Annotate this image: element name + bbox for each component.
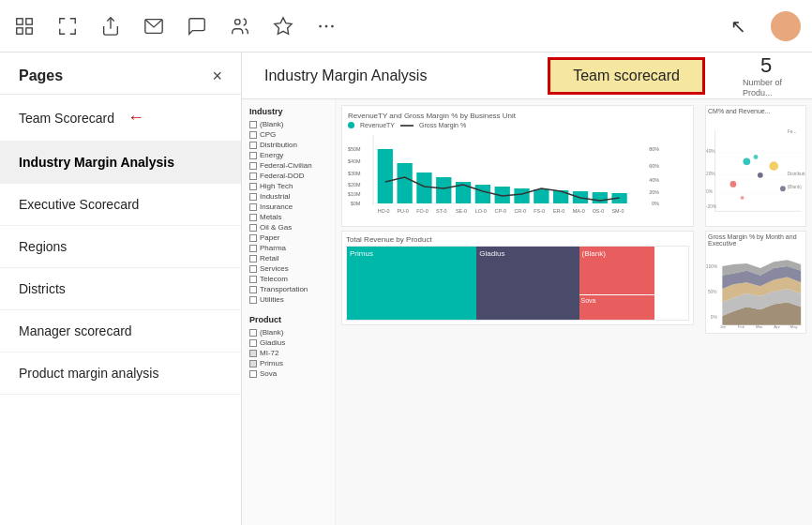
svg-text:ER-0: ER-0 xyxy=(553,208,564,214)
svg-point-57 xyxy=(758,172,763,178)
sidebar-item-label: Team Scorecard xyxy=(19,111,114,126)
pages-icon[interactable] xyxy=(11,13,38,39)
svg-rect-17 xyxy=(436,177,451,203)
sidebar-item-product-margin[interactable]: Product margin analysis xyxy=(0,352,241,395)
sidebar-close-button[interactable]: × xyxy=(212,68,222,84)
svg-text:OS-0: OS-0 xyxy=(593,208,605,214)
area-chart: Gross Margin % by Month and Executive 10… xyxy=(705,231,806,334)
svg-rect-16 xyxy=(416,172,431,203)
sidebar-header: Pages × xyxy=(0,52,241,95)
svg-text:Jan: Jan xyxy=(719,324,727,329)
filter-item-oilgas[interactable]: Oil & Gas xyxy=(249,223,327,232)
svg-text:-20%: -20% xyxy=(706,204,717,209)
filter-item-pharma[interactable]: Pharma xyxy=(249,244,327,252)
content-area: Industry Margin Analysis Team scorecard … xyxy=(242,52,812,525)
filter-item-fed-civ[interactable]: Federal-Civilian xyxy=(249,161,327,170)
svg-rect-14 xyxy=(378,149,393,203)
report-content: Industry (Blank) CPG Distribution Energy… xyxy=(242,99,812,525)
filter-product-blank[interactable]: (Blank) xyxy=(249,328,327,337)
svg-rect-22 xyxy=(534,189,549,203)
filter-product-mi72[interactable]: MI-72 xyxy=(249,349,327,357)
svg-point-6 xyxy=(235,19,241,24)
fit-page-icon[interactable] xyxy=(54,13,81,39)
more-icon[interactable] xyxy=(313,13,339,39)
filter-item-distribution[interactable]: Distribution xyxy=(249,141,327,149)
sidebar-pages: Team Scorecard ← Industry Margin Analysi… xyxy=(0,95,241,525)
scatter-svg: 40% 20% 0% -20% Fe... Distribution (Blan… xyxy=(706,118,805,227)
filter-item-energy[interactable]: Energy xyxy=(249,151,327,159)
filter-item-fed-dod[interactable]: Federal-DOD xyxy=(249,172,327,180)
svg-text:Distribution: Distribution xyxy=(788,172,805,176)
svg-rect-15 xyxy=(397,163,412,203)
svg-marker-7 xyxy=(275,17,292,33)
toolbar: ↖ xyxy=(0,0,812,52)
filter-product-sova[interactable]: Sova xyxy=(249,369,327,378)
svg-rect-21 xyxy=(514,188,529,203)
filter-item-paper[interactable]: Paper xyxy=(249,233,327,242)
svg-point-56 xyxy=(744,158,751,165)
svg-point-61 xyxy=(780,186,786,191)
treemap-area: Primus Gladius (Blank) Sova xyxy=(346,246,689,321)
filter-item-hightech[interactable]: High Tech xyxy=(249,182,327,190)
svg-text:May: May xyxy=(790,324,799,329)
svg-text:Apr: Apr xyxy=(774,324,780,329)
filter-industry-title: Industry xyxy=(249,107,327,116)
report-filters: Industry (Blank) CPG Distribution Energy… xyxy=(242,99,336,525)
legend-gm-line xyxy=(400,125,414,127)
filter-item-blank[interactable]: (Blank) xyxy=(249,120,327,128)
number-label: Number of Produ... xyxy=(743,78,789,98)
svg-text:MA-0: MA-0 xyxy=(573,208,585,214)
svg-text:20%: 20% xyxy=(706,172,715,176)
treemap-container: Total Revenue by Product Primus Gladius … xyxy=(341,231,694,325)
svg-text:20%: 20% xyxy=(649,189,659,195)
svg-text:0%: 0% xyxy=(706,189,714,194)
svg-text:40%: 40% xyxy=(649,177,659,183)
bookmark-icon[interactable] xyxy=(270,13,296,39)
svg-text:$30M: $30M xyxy=(348,171,361,176)
filter-item-transportation[interactable]: Transportation xyxy=(249,285,327,293)
filter-item-telecom[interactable]: Telecom xyxy=(249,275,327,283)
sidebar-item-manager-scorecard[interactable]: Manager scorecard xyxy=(0,310,241,352)
area-chart-title: Gross Margin % by Month and Executive xyxy=(706,232,805,248)
share-icon[interactable] xyxy=(98,13,124,39)
comment-icon[interactable] xyxy=(184,13,210,39)
sidebar-item-label: Districts xyxy=(19,281,66,296)
teams-icon[interactable] xyxy=(227,13,253,39)
filter-product-gladius[interactable]: Gladius xyxy=(249,338,327,347)
svg-rect-0 xyxy=(17,18,23,23)
treemap-sova[interactable]: Sova xyxy=(579,294,654,320)
svg-text:$40M: $40M xyxy=(348,158,361,164)
svg-text:CR-0: CR-0 xyxy=(514,208,526,214)
user-avatar[interactable] xyxy=(771,11,801,41)
treemap-gladius[interactable]: Gladius xyxy=(476,247,579,320)
svg-rect-3 xyxy=(26,27,32,33)
email-icon[interactable] xyxy=(141,13,167,39)
svg-text:40%: 40% xyxy=(706,149,715,154)
filter-item-retail[interactable]: Retail xyxy=(249,254,327,262)
team-scorecard-button[interactable]: Team scorecard xyxy=(548,57,705,95)
filter-item-utilities[interactable]: Utilities xyxy=(249,295,327,304)
treemap-primus[interactable]: Primus xyxy=(347,247,476,320)
svg-point-59 xyxy=(769,161,778,171)
filter-item-services[interactable]: Services xyxy=(249,264,327,273)
sidebar-item-regions[interactable]: Regions xyxy=(0,226,241,268)
filter-product-primus[interactable]: Primus xyxy=(249,359,327,368)
svg-point-60 xyxy=(754,155,759,159)
treemap-blank-sova: (Blank) Sova xyxy=(579,247,654,320)
page-title: Industry Margin Analysis xyxy=(264,68,427,84)
filter-item-insurance[interactable]: Insurance xyxy=(249,202,327,211)
bar-chart-area: RevenueTY and Gross Margin % by Business… xyxy=(341,105,694,227)
svg-text:(Blank): (Blank) xyxy=(788,185,803,189)
sidebar-item-districts[interactable]: Districts xyxy=(0,268,241,310)
filter-item-industrial[interactable]: Industrial xyxy=(249,192,327,201)
sidebar-item-team-scorecard[interactable]: Team Scorecard ← xyxy=(0,95,241,142)
treemap-blank[interactable]: (Blank) xyxy=(579,247,654,294)
filter-item-cpg[interactable]: CPG xyxy=(249,130,327,139)
sidebar-item-industry-margin[interactable]: Industry Margin Analysis xyxy=(0,142,241,184)
legend-gm-label: Gross Margin % xyxy=(419,122,466,128)
area-chart-svg: 100% 50% 0% Jan Feb Mar Apr xyxy=(706,250,805,334)
svg-text:SM-0: SM-0 xyxy=(611,208,624,214)
filter-item-metals[interactable]: Metals xyxy=(249,213,327,221)
sidebar-item-executive-scorecard[interactable]: Executive Scorecard xyxy=(0,184,241,226)
sidebar-item-label: Industry Margin Analysis xyxy=(19,155,174,170)
